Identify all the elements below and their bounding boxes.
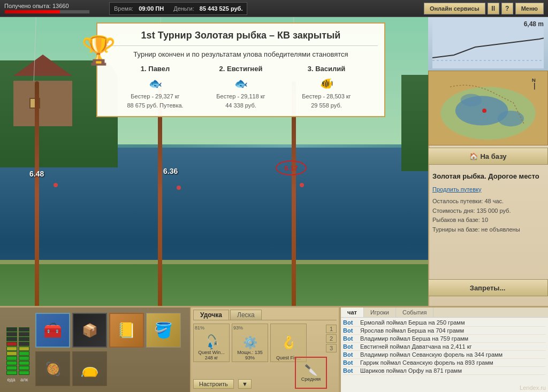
top-right-buttons: Онлайн сервисы II ? Меню (424, 3, 548, 14)
exp-section: Получено опыта: 13660 (0, 2, 107, 15)
winner2-fish-icon: 🐟 (234, 77, 248, 90)
rod2-val: 93% (233, 325, 243, 330)
rod1-label: Quest Win...248 кг (194, 350, 229, 360)
chat-message: BotВладимир поймал Берша на 759 грамм (343, 335, 546, 343)
money-value: 85 443 525 руб. (200, 5, 243, 12)
alcohol-bar (19, 327, 29, 375)
float-dot-2 (177, 186, 181, 190)
chat-tab-events[interactable]: События (396, 308, 433, 317)
sack-item[interactable]: 👝 (72, 351, 107, 386)
game-area: 6.48 6.36 6.17 🏆 1st Турнир Золотая рыбк… (0, 17, 428, 306)
slot-1[interactable]: 1 (326, 325, 337, 333)
rod2-label: Мощн.: 13593% (232, 350, 268, 360)
location-info: Золотая рыбка. Дорогое место Продлить пу… (428, 167, 548, 239)
food-bar (6, 327, 17, 375)
building (13, 81, 72, 126)
fishing-rod-1[interactable] (35, 81, 39, 306)
svg-text:N: N (532, 77, 536, 83)
winner1-details: Бестер - 29,327 кг 88 675 руб. Путевка. (127, 92, 183, 110)
food-bowl-icon: 🥘 (45, 362, 61, 376)
black-box-item[interactable]: 📦 (72, 313, 107, 348)
chat-message-text: Владимир поймал Берша на 759 грамм (360, 335, 468, 342)
restrictions-label: Запреты... (470, 284, 506, 292)
winner2-details: Бестер - 29,118 кг 44 338 руб. (216, 92, 265, 110)
help-button[interactable]: ? (501, 3, 513, 14)
slot-3[interactable]: 3 (326, 344, 337, 352)
float-dot-3 (300, 183, 304, 187)
base-btn-label: На базу (480, 152, 506, 160)
notebook-icon: 📒 (117, 321, 136, 339)
down-arrow-button[interactable]: ▼ (238, 379, 252, 389)
food-bowl-item[interactable]: 🥘 (35, 351, 70, 386)
chat-message: BotШариков поймал Орфу на 871 грамм (343, 367, 546, 375)
pause-button[interactable]: II (488, 3, 499, 14)
depth-indicator: 6,48 m (428, 17, 548, 71)
winner-3: 3. Василий 🐠 Бестер - 28,503 кг 29 558 р… (289, 65, 364, 110)
slot-2[interactable]: 2 (326, 334, 337, 343)
time-money: Время: 09:00 ПН Деньги: 85 443 525 руб. (109, 2, 247, 15)
rod-tab-rod[interactable]: Удочка (193, 310, 229, 320)
online-services-button[interactable]: Онлайн сервисы (424, 3, 485, 14)
svg-point-9 (482, 109, 486, 113)
svg-point-6 (461, 94, 482, 106)
tackle-box-icon: 🧰 (43, 321, 62, 339)
selected-lure-box[interactable]: 🔪 Средняя (295, 357, 327, 389)
chat-message-text: Шариков поймал Орфу на 871 грамм (360, 367, 462, 374)
winner1-fish-icon: 🐟 (149, 77, 162, 90)
building-roof (13, 55, 72, 76)
winner-2: 2. Евстигней 🐟 Бестер - 29,118 кг 44 338… (203, 65, 278, 110)
chat-tabs: чат Игроки События (341, 308, 548, 318)
chat-message-text: Владимир поймал Севанскую форель на 344 … (360, 351, 503, 358)
winner3-details: Бестер - 28,503 кг 29 558 руб. (302, 92, 351, 110)
money-label: Деньги: (173, 5, 194, 12)
chat-bot-label: Bot (343, 367, 358, 374)
status-bars: еда алк (3, 311, 32, 390)
exp-bar-container (4, 10, 90, 14)
rod2-icon: ⚙️ (243, 336, 257, 350)
base-button[interactable]: 🏠 На базу (428, 148, 548, 165)
chat-tab-players[interactable]: Игроки (364, 308, 396, 317)
lure-icon: 🔪 (305, 364, 318, 376)
map-area[interactable]: N (428, 71, 548, 145)
float-dot-1 (54, 183, 58, 187)
extend-permit-link[interactable]: Продлить путевку (432, 186, 481, 193)
svg-point-5 (498, 111, 524, 127)
exp-bar (5, 10, 60, 13)
rod3-icon: 🪝 (281, 336, 296, 350)
time-label: Время: (114, 5, 133, 12)
alcohol-label: алк (19, 377, 29, 382)
float-3-circle: 6.17 (276, 160, 307, 175)
menu-button[interactable]: Меню (515, 3, 544, 14)
chat-message-text: Евстигней поймал Даватчана на 2,411 кг (360, 343, 471, 350)
bars-visual (6, 311, 29, 375)
chat-bot-label: Bot (343, 327, 358, 334)
restrictions-button[interactable]: Запреты... (428, 279, 548, 296)
chat-bot-label: Bot (343, 343, 358, 350)
chat-message: BotВладимир поймал Севанскую форель на 3… (343, 351, 546, 359)
tournament-winners: 1. Павел 🐟 Бестер - 29,327 кг 88 675 руб… (104, 65, 378, 110)
chat-message: BotЕвстигней поймал Даватчана на 2,411 к… (343, 343, 546, 351)
chat-message-text: Ермолай поймал Берша на 250 грамм (360, 319, 465, 326)
tackle-box-item[interactable]: 🧰 (35, 313, 70, 348)
chat-bot-label: Bot (343, 351, 358, 358)
time-value: 09:00 ПН (139, 5, 164, 12)
float-2: 6.36 (163, 167, 178, 175)
inventory-grid: 🧰 📦 📒 🪣 🥘 👝 (33, 311, 188, 390)
rod-panel: Удочка Леска 🎣 81% Quest Win...248 кг ⚙️… (190, 308, 340, 392)
tournament-popup: 🏆 1st Турнир Золотая рыбка – КВ закрытый… (96, 22, 385, 117)
configure-button[interactable]: Настроить (193, 379, 234, 389)
rod-item-2[interactable]: ⚙️ 93% Мощн.: 13593% (232, 324, 268, 362)
bank-edge (0, 260, 428, 264)
chat-tab-chat[interactable]: чат (341, 308, 364, 317)
winner2-place: 2. Евстигней (219, 65, 263, 73)
rod-tab-line[interactable]: Леска (230, 310, 262, 320)
bank-ground (0, 263, 428, 306)
chat-message-text: Гаррик поймал Севанскую форель на 893 гр… (360, 359, 493, 366)
rod-item-1[interactable]: 🎣 81% Quest Win...248 кг (193, 324, 230, 362)
food-label: еда (6, 377, 17, 382)
float-1: 6.48 (29, 170, 44, 178)
bucket-item[interactable]: 🪣 (146, 313, 181, 348)
black-box-icon: 📦 (82, 323, 98, 338)
notebook-item[interactable]: 📒 (109, 313, 144, 348)
chat-messages: BotЕрмолай поймал Берша на 250 граммBotЯ… (341, 318, 548, 385)
